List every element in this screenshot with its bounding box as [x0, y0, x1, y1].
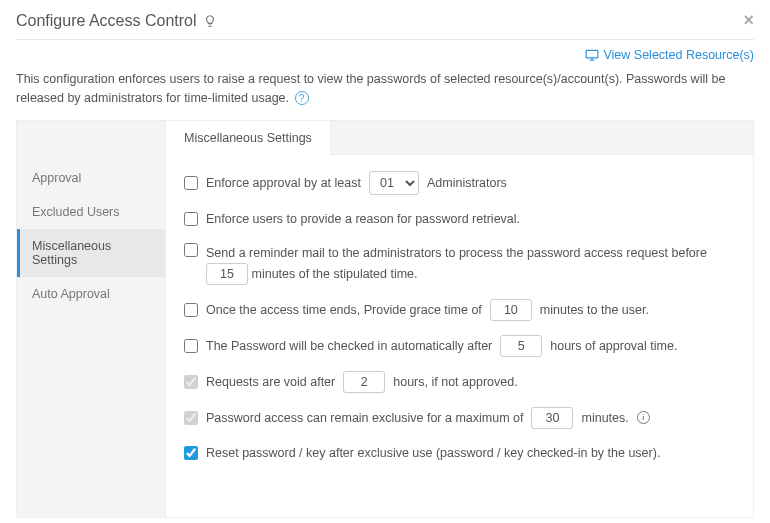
view-selected-resources-link[interactable]: View Selected Resource(s) — [585, 48, 754, 62]
tab-label: Miscellaneous Settings — [184, 131, 312, 145]
title-text: Configure Access Control — [16, 12, 197, 30]
sidebar-item-label: Approval — [32, 171, 81, 185]
label: hours, if not approved. — [393, 372, 517, 392]
content-area: Miscellaneous Settings Enforce approval … — [165, 121, 753, 517]
sidebar-item-excluded-users[interactable]: Excluded Users — [17, 195, 165, 229]
checkbox-exclusive-max — [184, 411, 198, 425]
sidebar: Approval Excluded Users Miscellaneous Se… — [17, 121, 165, 517]
description-text: This configuration enforces users to rai… — [16, 72, 725, 105]
label: Send a reminder mail to the administrato… — [206, 246, 707, 260]
label: minutes to the user. — [540, 300, 649, 320]
row-grace-time: Once the access time ends, Provide grace… — [184, 299, 735, 321]
row-reset-after-use: Reset password / key after exclusive use… — [184, 443, 735, 463]
description: This configuration enforces users to rai… — [16, 70, 754, 108]
input-reminder-minutes[interactable] — [206, 263, 248, 285]
sidebar-item-misc-settings[interactable]: Miscellaneous Settings — [17, 229, 165, 277]
footer-buttons: Save & Activate Deactivate Cancel — [16, 518, 754, 524]
row-enforce-reason: Enforce users to provide a reason for pa… — [184, 209, 735, 229]
label: minutes of the stipulated time. — [251, 267, 417, 281]
label: Once the access time ends, Provide grace… — [206, 300, 482, 320]
tab-misc-settings[interactable]: Miscellaneous Settings — [166, 121, 331, 156]
checkbox-reset-after-use[interactable] — [184, 446, 198, 460]
input-checkin-hours[interactable] — [500, 335, 542, 357]
label: Requests are void after — [206, 372, 335, 392]
label: hours of approval time. — [550, 336, 677, 356]
checkbox-enforce-approval[interactable] — [184, 176, 198, 190]
sidebar-item-label: Auto Approval — [32, 287, 110, 301]
svg-rect-0 — [587, 50, 599, 58]
input-exclusive-minutes[interactable] — [531, 407, 573, 429]
checkbox-auto-checkin[interactable] — [184, 339, 198, 353]
checkbox-grace-time[interactable] — [184, 303, 198, 317]
label: Administrators — [427, 173, 507, 193]
help-icon[interactable]: ? — [295, 91, 309, 105]
sidebar-item-approval[interactable]: Approval — [17, 161, 165, 195]
sidebar-item-auto-approval[interactable]: Auto Approval — [17, 277, 165, 311]
settings-list: Enforce approval by at least 01 Administ… — [166, 155, 753, 517]
row-void-after: Requests are void after hours, if not ap… — [184, 371, 735, 393]
row-reminder-mail: Send a reminder mail to the administrato… — [184, 243, 735, 285]
lightbulb-icon[interactable] — [203, 14, 217, 28]
settings-panel: Approval Excluded Users Miscellaneous Se… — [16, 120, 754, 518]
close-icon[interactable]: × — [743, 10, 754, 31]
top-link-row: View Selected Resource(s) — [16, 40, 754, 70]
label: minutes. — [581, 408, 628, 428]
label: Enforce users to provide a reason for pa… — [206, 209, 520, 229]
row-exclusive-max: Password access can remain exclusive for… — [184, 407, 735, 429]
input-grace-minutes[interactable] — [490, 299, 532, 321]
checkbox-reminder-mail[interactable] — [184, 243, 198, 257]
dialog-header: Configure Access Control × — [16, 10, 754, 40]
label: Enforce approval by at least — [206, 173, 361, 193]
label: Reset password / key after exclusive use… — [206, 443, 660, 463]
row-auto-checkin: The Password will be checked in automati… — [184, 335, 735, 357]
tab-filler — [331, 121, 753, 155]
top-link-label: View Selected Resource(s) — [603, 48, 754, 62]
checkbox-void-after — [184, 375, 198, 389]
label: Password access can remain exclusive for… — [206, 408, 523, 428]
checkbox-enforce-reason[interactable] — [184, 212, 198, 226]
monitor-icon — [585, 49, 599, 61]
info-icon[interactable]: i — [637, 411, 650, 424]
tab-row: Miscellaneous Settings — [166, 121, 753, 155]
label: The Password will be checked in automati… — [206, 336, 492, 356]
sidebar-item-label: Miscellaneous Settings — [32, 239, 111, 267]
row-enforce-approval: Enforce approval by at least 01 Administ… — [184, 171, 735, 195]
sidebar-item-label: Excluded Users — [32, 205, 120, 219]
select-admin-count[interactable]: 01 — [369, 171, 419, 195]
page-title: Configure Access Control — [16, 12, 217, 30]
input-void-hours[interactable] — [343, 371, 385, 393]
